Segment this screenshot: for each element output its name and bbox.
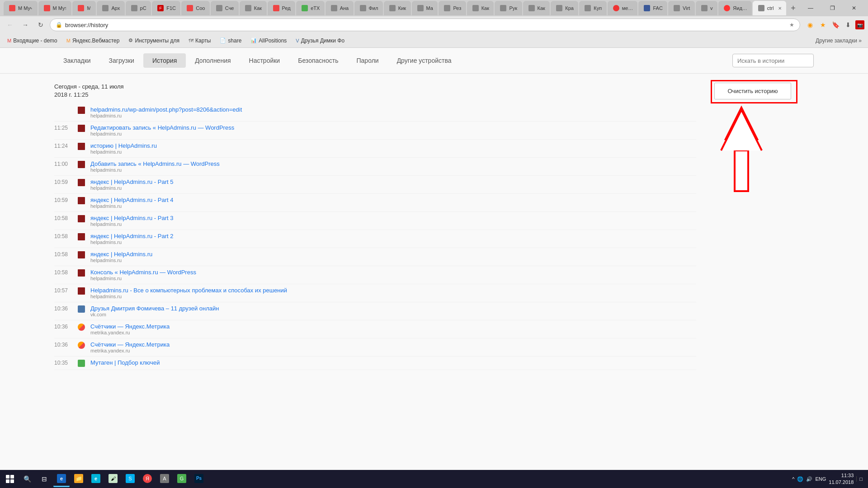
taskbar-app-app2[interactable]: G (174, 471, 190, 487)
lang-indicator[interactable]: ENG (815, 476, 826, 482)
tab-19[interactable]: Кра (551, 1, 578, 15)
history-title[interactable]: Helpadmins.ru - Все о компьютерных пробл… (90, 287, 696, 294)
history-title[interactable]: яндекс | HelpAdmins.ru - Part 3 (90, 215, 696, 221)
tab-23[interactable]: Virt (668, 1, 695, 15)
bookmark-maps[interactable]: 🗺 Карты (185, 37, 214, 45)
tab-8[interactable]: Как (240, 1, 267, 15)
tab-2[interactable]: М (72, 1, 96, 15)
forward-button[interactable]: → (19, 19, 32, 31)
tab-4[interactable]: рС (126, 1, 151, 15)
nav-security[interactable]: Безопасность (289, 53, 347, 68)
svg-rect-3 (735, 150, 748, 191)
taskbar-chevron[interactable]: ^ (792, 476, 794, 482)
volume-icon[interactable]: 🔊 (806, 476, 812, 482)
nav-settings[interactable]: Настройки (240, 53, 289, 68)
history-title[interactable]: Консоль « HelpAdmins.ru — WordPress (90, 269, 696, 276)
task-view-button[interactable]: ⊟ (36, 471, 52, 487)
tab-active[interactable]: ctrl ✕ (753, 1, 786, 15)
nav-downloads[interactable]: Загрузки (100, 53, 143, 68)
tab-0[interactable]: М Муч (4, 1, 38, 15)
taskbar-app-explorer[interactable]: 📁 (71, 471, 87, 487)
nav-addons[interactable]: Дополнения (186, 53, 240, 68)
taskbar-app-edge[interactable]: e (88, 471, 104, 487)
tab-18[interactable]: Как (523, 1, 550, 15)
tab-14[interactable]: Ма (412, 1, 438, 15)
nav-history[interactable]: История (143, 53, 186, 68)
taskbar-app-paint[interactable]: 🖌 (105, 471, 121, 487)
download-icon[interactable]: ⬇ (843, 19, 854, 30)
nav-passwords[interactable]: Пароли (348, 53, 388, 68)
favicon-icon (78, 233, 85, 240)
maximize-button[interactable]: ❐ (822, 0, 843, 16)
tab-1[interactable]: М Мут (38, 1, 72, 15)
tab-11[interactable]: Ана (326, 1, 354, 15)
history-title[interactable]: Редактировать запись « HelpAdmins.ru — W… (90, 124, 696, 131)
taskbar-app-skype[interactable]: S (122, 471, 138, 487)
bookmark-allpositions[interactable]: 📊 AllPositions (247, 37, 290, 45)
bookmark-icon[interactable]: 🔖 (830, 19, 841, 30)
history-title[interactable]: яндекс | HelpAdmins.ru (90, 251, 696, 258)
tab-15[interactable]: Рез (439, 1, 466, 15)
search-taskbar-button[interactable]: 🔍 (19, 471, 35, 487)
tab-12[interactable]: Фил (354, 1, 383, 15)
history-title[interactable]: яндекс | HelpAdmins.ru - Part 5 (90, 178, 696, 185)
refresh-button[interactable]: ↻ (34, 19, 47, 31)
bookmark-webmaster[interactable]: M Яндекс.Вебмастер (63, 37, 123, 45)
history-sidebar: Очистить историю (714, 83, 814, 370)
minimize-button[interactable]: — (800, 0, 821, 16)
tab-7[interactable]: Сче (211, 1, 239, 15)
new-tab-button[interactable]: + (787, 2, 799, 14)
nav-bookmarks[interactable]: Закладки (54, 53, 100, 68)
tab-21[interactable]: ме… (608, 1, 638, 15)
history-info: Счётчики — Яндекс.Метрика metrika.yandex… (90, 323, 696, 335)
network-icon[interactable]: 🌐 (797, 476, 803, 482)
taskbar-app-yandex[interactable]: Я (139, 471, 156, 487)
system-clock[interactable]: 11:33 11.07.2018 (829, 472, 854, 486)
history-title[interactable]: историю | HelpAdmins.ru (90, 142, 696, 149)
rss-icon[interactable]: ◉ (805, 19, 816, 30)
bookmark-tools[interactable]: ⚙ Инструменты для (125, 37, 183, 45)
history-search-input[interactable] (732, 54, 814, 67)
history-info: яндекс | HelpAdmins.ru helpadmins.ru (90, 251, 696, 263)
other-bookmarks[interactable]: Другие закладки » (813, 37, 864, 45)
clear-history-button[interactable]: Очистить историю (714, 83, 791, 99)
tab-25[interactable]: Яид… (718, 1, 751, 15)
favicon-icon (78, 287, 85, 295)
nav-other-devices[interactable]: Другие устройства (388, 53, 461, 68)
taskbar-app-ie[interactable]: e (53, 471, 70, 487)
tab-3[interactable]: Арх (97, 1, 124, 15)
back-button[interactable]: ← (4, 19, 16, 31)
history-info: яндекс | HelpAdmins.ru - Part 5 helpadmi… (90, 178, 696, 191)
taskbar-app-app1[interactable]: A (156, 471, 173, 487)
tab-17[interactable]: Рук (495, 1, 522, 15)
camera-icon[interactable]: 📷 (855, 20, 864, 29)
tab-10[interactable]: eTX (296, 1, 325, 15)
url-bar[interactable]: 🔒 browser://history ★ (50, 19, 800, 31)
bookmark-friends[interactable]: V Друзья Димки Фо (292, 37, 348, 45)
history-title[interactable]: Друзья Дмитрия Фомичева – 11 друзей онла… (90, 305, 696, 312)
tab-20[interactable]: Куп (579, 1, 606, 15)
tab-5[interactable]: F F1C (152, 1, 180, 15)
close-button[interactable]: ✕ (844, 0, 864, 16)
history-title[interactable]: helpadmins.ru/wp-admin/post.php?post=820… (90, 106, 696, 113)
bookmark-inbox[interactable]: M Входящие - demo (4, 37, 61, 45)
tab-22[interactable]: FAC (638, 1, 667, 15)
annotation-arrow-overlay (719, 105, 764, 197)
history-title[interactable]: Добавить запись « HelpAdmins.ru — WordPr… (90, 160, 696, 167)
start-button[interactable] (2, 471, 18, 487)
history-title[interactable]: Мутаген | Подбор ключей (90, 359, 696, 366)
history-title[interactable]: яндекс | HelpAdmins.ru - Part 4 (90, 197, 696, 203)
history-title[interactable]: яндекс | HelpAdmins.ru - Part 2 (90, 233, 696, 239)
history-title[interactable]: Счётчики — Яндекс.Метрика (90, 341, 696, 348)
history-item-14: 10:35 Мутаген | Подбор ключей (54, 357, 696, 370)
tab-13[interactable]: Кик (384, 1, 411, 15)
bookmark-share[interactable]: 📄 share (216, 37, 245, 45)
show-desktop-button[interactable]: □ (856, 476, 863, 482)
history-title[interactable]: Счётчики — Яндекс.Метрика (90, 323, 696, 330)
tab-16[interactable]: Как (467, 1, 494, 15)
tab-9[interactable]: Ред (268, 1, 296, 15)
star-icon[interactable]: ★ (817, 19, 828, 30)
tab-6[interactable]: Соо (181, 1, 210, 15)
tab-24[interactable]: v (696, 1, 717, 15)
taskbar-app-photoshop[interactable]: Ps (191, 471, 207, 487)
